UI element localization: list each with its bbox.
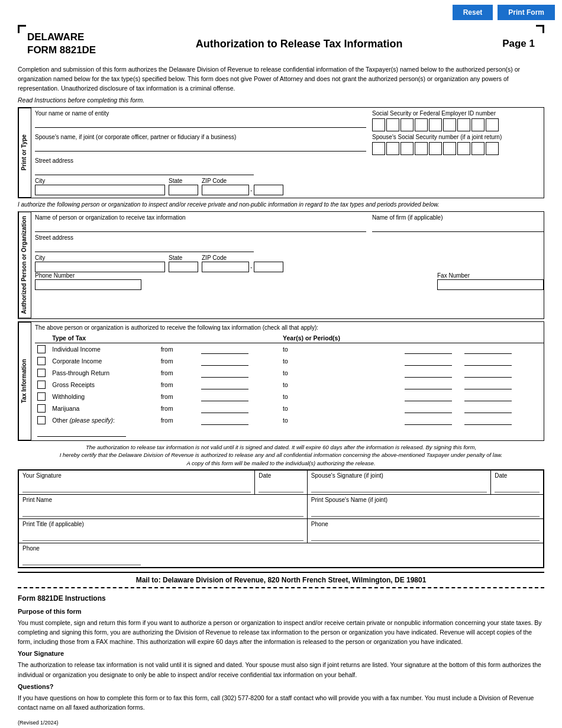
your-sig-cell: Your Signature — [19, 470, 255, 494]
fax-input[interactable] — [437, 279, 544, 290]
street-input[interactable] — [35, 165, 254, 175]
spouse-sig-input[interactable] — [311, 481, 487, 492]
other-specify-input[interactable] — [37, 427, 126, 437]
auth-city-field: City — [35, 255, 165, 272]
auth-name-input[interactable] — [35, 221, 366, 232]
print-spouse-name-label: Print Spouse's Name (if joint) — [311, 497, 540, 503]
authorized-person-section: Authorized Person or Organization Name o… — [18, 211, 544, 319]
cb-passthrough[interactable] — [37, 369, 46, 377]
zip-ext-input[interactable] — [254, 185, 283, 195]
from-label-gross: from — [159, 379, 199, 391]
to-passthrough[interactable] — [405, 368, 452, 378]
auth-zip-input[interactable] — [202, 262, 249, 272]
spouse-sig-cell: Spouse's Signature (if joint) — [307, 470, 490, 494]
state-input[interactable] — [169, 185, 198, 195]
from-gross[interactable] — [201, 380, 248, 389]
auth-city-input[interactable] — [35, 262, 165, 272]
to-withholding[interactable] — [405, 392, 452, 401]
spouse-ssn-box-3[interactable] — [400, 142, 414, 155]
ssn-box-3[interactable] — [400, 118, 414, 131]
auth-zip-ext-input[interactable] — [254, 262, 283, 272]
to2-marijuana[interactable] — [464, 404, 512, 413]
tax-information-label: Tax Information — [18, 322, 31, 440]
ssn-box-2[interactable] — [386, 118, 399, 131]
to2-individual[interactable] — [464, 344, 512, 354]
print-name-input[interactable] — [22, 505, 303, 517]
print-button[interactable]: Print Form — [498, 5, 555, 20]
to-corporate[interactable] — [405, 356, 452, 366]
auth-street-input[interactable] — [35, 241, 254, 252]
spouse-ssn-box-7[interactable] — [457, 142, 470, 155]
from-withholding[interactable] — [201, 392, 248, 401]
spouse-ssn-box-2[interactable] — [386, 142, 399, 155]
spouse-ssn-box-4[interactable] — [415, 142, 428, 155]
phone2-input[interactable] — [22, 553, 141, 565]
spouse-ssn-box-6[interactable] — [443, 142, 456, 155]
spouse-name-input[interactable] — [35, 141, 366, 152]
cb-gross[interactable] — [37, 381, 46, 389]
cb-corporate[interactable] — [37, 357, 46, 365]
page-header: DELAWARE FORM 8821DE Authorization to Re… — [18, 25, 544, 65]
auth-zip-label: ZIP Code — [202, 255, 283, 261]
ssn-box-7[interactable] — [457, 118, 470, 131]
spouse-ssn-box-9[interactable] — [486, 142, 499, 155]
auth-state-input[interactable] — [169, 262, 198, 272]
to2-passthrough[interactable] — [464, 368, 512, 378]
name-input[interactable] — [35, 117, 366, 128]
cb-other[interactable] — [37, 416, 46, 424]
spouse-ssn-box-8[interactable] — [471, 142, 485, 155]
to2-other[interactable] — [464, 415, 512, 425]
ssn-grid — [372, 118, 544, 131]
ssn-box-5[interactable] — [429, 118, 442, 131]
spouse-date-input[interactable] — [495, 481, 540, 492]
firm-label: Name of firm (if applicable) — [372, 214, 544, 221]
ssn-box-6[interactable] — [443, 118, 456, 131]
from-corporate[interactable] — [201, 356, 248, 366]
cb-individual[interactable] — [37, 345, 46, 353]
from-marijuana[interactable] — [201, 404, 248, 413]
from-label-corporate: from — [159, 355, 199, 367]
spouse-ssn-box-5[interactable] — [429, 142, 442, 155]
date-input[interactable] — [259, 481, 303, 492]
cb-marijuana[interactable] — [37, 404, 46, 413]
tax-information-section: Tax Information The above person or orga… — [18, 321, 544, 441]
ssn-box-1[interactable] — [372, 118, 385, 131]
tax-row-other: Other (please specify): from to — [35, 414, 544, 426]
ssn-box-8[interactable] — [471, 118, 485, 131]
to-gross[interactable] — [405, 380, 452, 389]
to2-corporate[interactable] — [464, 356, 512, 366]
reset-button[interactable]: Reset — [453, 5, 493, 20]
from-passthrough[interactable] — [201, 368, 248, 378]
your-sig-input[interactable] — [22, 481, 251, 492]
city-input[interactable] — [35, 185, 165, 195]
cb-withholding[interactable] — [37, 392, 46, 401]
to-individual[interactable] — [405, 344, 452, 354]
zip-input[interactable] — [202, 185, 249, 195]
corner-tr-mark — [536, 25, 544, 33]
auth-state-field: State — [169, 255, 198, 272]
ssn-box-9[interactable] — [486, 118, 499, 131]
spouse-ssn-box-1[interactable] — [372, 142, 385, 155]
ssn-box-4[interactable] — [415, 118, 428, 131]
to2-withholding[interactable] — [464, 392, 512, 401]
state-label: State — [169, 178, 198, 184]
firm-input[interactable] — [372, 221, 544, 232]
print-title-input[interactable] — [22, 529, 303, 541]
from-other[interactable] — [201, 415, 248, 425]
to-other[interactable] — [405, 415, 452, 425]
authorized-person-content: Name of person or organization to receiv… — [31, 212, 544, 318]
to2-gross[interactable] — [464, 380, 512, 389]
phone-input[interactable] — [35, 279, 141, 290]
from-label-withholding: from — [159, 391, 199, 402]
instructions-section: Form 8821DE Instructions Purpose of this… — [18, 593, 544, 713]
to-marijuana[interactable] — [405, 404, 452, 413]
phone-field: Phone Number — [35, 272, 141, 290]
sig-instructions-title: Your Signature — [18, 649, 544, 659]
from-individual[interactable] — [201, 344, 248, 354]
auth-zip-field: ZIP Code - — [202, 255, 283, 272]
sig-phone-input[interactable] — [311, 529, 540, 541]
print-spouse-name-input[interactable] — [311, 505, 540, 517]
phone2-cell: Phone — [19, 543, 544, 567]
purpose-title: Purpose of this form — [18, 607, 544, 617]
fax-label: Fax Number — [437, 272, 544, 279]
